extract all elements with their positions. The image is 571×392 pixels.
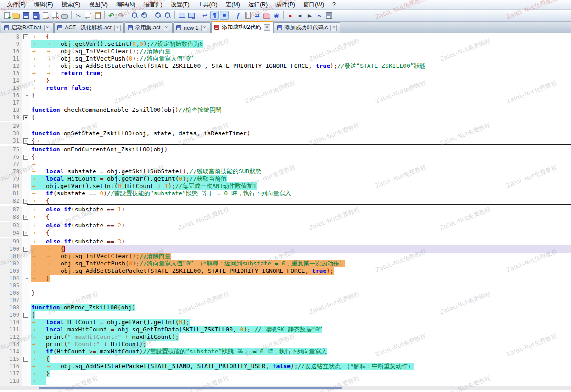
- indent-guide-icon[interactable]: ≡: [220, 11, 229, 20]
- sync-vertical-scroll-icon[interactable]: ↕: [177, 11, 186, 20]
- menu-item-plugins[interactable]: 插件(P): [272, 0, 299, 10]
- code-line-content[interactable]: →obj.getVar().setInt(0,HitCount + 1);//每…: [30, 182, 571, 190]
- menu-item-macro[interactable]: 宏(M): [222, 0, 244, 10]
- code-line-content[interactable]: {: [30, 311, 571, 319]
- code-line-content[interactable]: →→obj.sq_AddSetStatePacket(STATE_ZSKILL0…: [30, 62, 571, 70]
- tab-new-1[interactable]: new 1×: [173, 22, 211, 33]
- close-all-icon[interactable]: [50, 11, 59, 20]
- code-line-content[interactable]: →local HitCount = obj.getVar().getInt(0)…: [30, 319, 571, 326]
- zoom-in-icon[interactable]: +: [154, 11, 162, 20]
- record-macro-icon[interactable]: ●: [286, 11, 295, 20]
- fold-marker[interactable]: [22, 213, 30, 221]
- menu-item-settings[interactable]: 设置(T): [167, 0, 194, 10]
- code-line-content[interactable]: [30, 122, 571, 130]
- code-line-content[interactable]: →else if(substate == 1): [30, 206, 571, 213]
- code-line-content[interactable]: →else if(substate == 2): [30, 222, 571, 229]
- code-line-content[interactable]: →→return true;: [30, 70, 571, 77]
- open-file-icon[interactable]: [12, 11, 21, 20]
- code-line-content[interactable]: →→obj.getVar().setInt(0,0);//设定初始数值为0: [30, 40, 571, 48]
- close-tab-icon[interactable]: ×: [264, 24, 270, 31]
- save-icon[interactable]: [22, 11, 30, 20]
- code-line-content[interactable]: →print(" maxHitCount:" + maxHitCount);: [30, 333, 571, 341]
- folder-as-workspace-icon[interactable]: [263, 11, 271, 20]
- zoom-out-icon[interactable]: −: [163, 11, 172, 20]
- code-line-content[interactable]: →local maxHitCount = obj.sq_GetIntData(S…: [30, 326, 571, 333]
- code-line-content[interactable]: →: [30, 160, 571, 168]
- code-line-content[interactable]: →else if(substate == 3): [30, 238, 571, 245]
- code-line-content[interactable]: {: [30, 114, 571, 121]
- tab-startup-bat[interactable]: 启动BAT.bat×: [1, 22, 54, 33]
- code-line-content[interactable]: →→obj.sq_IntVectClear();//清除向量: [30, 48, 571, 55]
- code-line-content[interactable]: →print(" Count:" + HitCount);: [30, 341, 571, 348]
- code-line-content[interactable]: function onProc_Zskill00(obj): [30, 304, 571, 311]
- fold-marker[interactable]: [22, 245, 30, 253]
- menu-item-tools[interactable]: 工具(O): [194, 0, 222, 10]
- find-icon[interactable]: [130, 11, 139, 20]
- fold-marker[interactable]: [22, 153, 30, 160]
- fold-marker[interactable]: [22, 355, 30, 363]
- tab-common-set[interactable]: 常用集.act×: [124, 22, 173, 33]
- tab-add-success-01[interactable]: 添加成功01代码.c×: [274, 22, 341, 33]
- tab-add-success-02[interactable]: 添加成功02代码×: [211, 21, 273, 33]
- cut-icon[interactable]: ✂: [74, 11, 83, 20]
- undo-icon[interactable]: ↶: [107, 11, 116, 20]
- replace-icon[interactable]: ab: [140, 11, 149, 20]
- code-line-content[interactable]: →{: [30, 213, 571, 221]
- menu-item-help[interactable]: ?: [328, 0, 340, 9]
- code-line-content[interactable]: →→obj.sq_IntVectPush(0);//將向量寫入值“0” （*解釋…: [30, 260, 571, 267]
- code-line-content[interactable]: →local substate = obj.getSkillSubState()…: [30, 168, 571, 175]
- close-tab-icon[interactable]: ×: [163, 25, 169, 31]
- code-line-content[interactable]: →→obj.sq_IntVectClear();//清除向量: [30, 253, 571, 260]
- save-all-icon[interactable]: [31, 11, 40, 20]
- paste-icon[interactable]: [93, 11, 102, 20]
- save-macro-icon[interactable]: [325, 11, 333, 20]
- code-line-content[interactable]: →: [30, 377, 571, 385]
- code-line-content[interactable]: →{: [30, 33, 571, 40]
- code-line-content[interactable]: }: [30, 92, 571, 99]
- copy-icon[interactable]: [84, 11, 92, 20]
- code-line-content[interactable]: →local HitCount = obj.getVar().getInt(0)…: [30, 175, 571, 182]
- new-file-icon[interactable]: [2, 11, 11, 20]
- fold-marker[interactable]: [22, 114, 30, 121]
- fold-marker[interactable]: [22, 229, 30, 237]
- code-line-content[interactable]: function onSetState_Zskill00(obj, state,…: [30, 130, 571, 137]
- close-tab-icon[interactable]: ×: [201, 25, 207, 31]
- code-line-content[interactable]: →{: [30, 197, 571, 204]
- horizontal-scrollbar-thumb[interactable]: [39, 387, 342, 389]
- code-line-content[interactable]: →→obj.sq_IntVectPush(0);//將向量寫入值“0”: [30, 55, 571, 62]
- code-line-content[interactable]: →if(substate == 0)//當設置技能的“substate”狀態 等…: [30, 190, 571, 197]
- code-line-content[interactable]: {→: [30, 137, 571, 144]
- code-line-content[interactable]: →}: [30, 275, 571, 282]
- doc-map-icon[interactable]: [243, 11, 252, 20]
- word-wrap-icon[interactable]: ↩: [201, 11, 209, 20]
- close-icon[interactable]: [41, 11, 50, 20]
- menu-item-search[interactable]: 搜索(S): [57, 0, 85, 10]
- code-line-content[interactable]: →{: [30, 229, 571, 237]
- code-editor[interactable]: 8→{9→→obj.getVar().setInt(0,0);//设定初始数值为…: [0, 33, 571, 390]
- playback-macro-icon[interactable]: ▶: [305, 11, 314, 20]
- fold-marker[interactable]: [22, 33, 30, 40]
- code-line-content[interactable]: function onEndCurrentAni_Zskill00(obj): [30, 146, 571, 153]
- run-macro-multiple-icon[interactable]: »: [315, 11, 324, 20]
- tab-act-analysis[interactable]: ACT - 汉化解析.act×: [54, 22, 124, 33]
- horizontal-scrollbar[interactable]: [0, 386, 571, 390]
- fold-marker[interactable]: [22, 311, 30, 319]
- function-list-icon[interactable]: ƒ: [234, 11, 242, 20]
- stop-macro-icon[interactable]: ■: [296, 11, 304, 20]
- menu-item-file[interactable]: 文件(F): [3, 0, 30, 10]
- menu-item-run[interactable]: 运行(R): [244, 0, 272, 10]
- menu-item-edit[interactable]: 编辑(E): [30, 0, 57, 10]
- code-line-content[interactable]: [30, 99, 571, 106]
- file-monitoring-icon[interactable]: ◉: [272, 11, 281, 20]
- sync-horizontal-scroll-icon[interactable]: ↔: [187, 11, 196, 20]
- menu-item-encoding[interactable]: 编码(N): [112, 0, 140, 10]
- print-icon[interactable]: [60, 11, 69, 20]
- code-line-content[interactable]: }: [30, 289, 571, 297]
- fold-marker[interactable]: [22, 197, 30, 204]
- menu-item-view[interactable]: 视图(V): [84, 0, 112, 10]
- code-line-content[interactable]: →→obj.sq_AddSetStatePacket(STATE_ZSKILL0…: [30, 267, 571, 275]
- code-line-content[interactable]: →→{: [30, 245, 571, 253]
- menu-item-window[interactable]: 窗口(W): [299, 0, 328, 10]
- code-line-content[interactable]: [30, 297, 571, 304]
- code-line-content[interactable]: →return false;: [30, 84, 571, 92]
